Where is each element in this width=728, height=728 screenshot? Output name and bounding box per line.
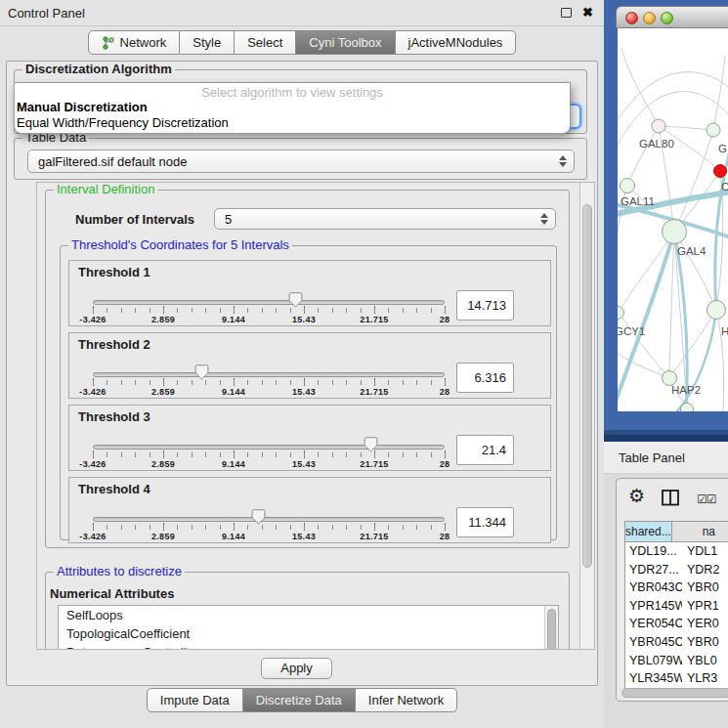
threshold-value-field[interactable]: 6.316 xyxy=(456,363,514,393)
popup-option-equal-width[interactable]: Equal Width/Frequency Discretization xyxy=(15,115,570,131)
tab-style[interactable]: Style xyxy=(180,30,235,55)
node-label: GAL4 xyxy=(677,245,707,257)
node-label: HAP2 xyxy=(671,384,701,396)
control-panel-titlebar: Control Panel ✖ xyxy=(0,0,604,26)
table-row[interactable]: YBL079WYBL0 xyxy=(625,652,728,670)
table-data-combobox[interactable]: galFiltered.sif default node xyxy=(27,150,575,173)
node-gal4 xyxy=(663,220,687,244)
checkboxes-icon[interactable]: ☑☑ xyxy=(697,492,716,506)
threshold-slider-track[interactable] xyxy=(93,517,445,522)
numerical-attributes-label: Numerical Attributes xyxy=(50,586,174,601)
attributes-list: SelfLoops TopologicalCoefficient Between… xyxy=(58,605,559,650)
popup-hint: Select algorithm to view settings xyxy=(15,83,570,100)
gear-icon[interactable]: ⚙ xyxy=(628,487,645,506)
table-panel-title: Table Panel xyxy=(619,450,685,465)
table-row[interactable]: YER054CYER0 xyxy=(625,615,728,633)
table-row[interactable]: YLR345WYLR3 xyxy=(625,669,728,688)
horizontal-scrollbar-thumb[interactable] xyxy=(621,688,728,698)
control-panel-window: Control Panel ✖ Network Style Select Cyn… xyxy=(0,0,604,728)
split-columns-icon[interactable] xyxy=(662,490,680,506)
discretization-algorithm-title: Discretization Algorithm xyxy=(22,63,175,76)
interval-definition-group: Interval Definition Number of Intervals … xyxy=(45,190,570,548)
vertical-scrollbar-thumb[interactable] xyxy=(582,204,592,568)
node-h xyxy=(707,301,726,320)
threshold-slider-thumb[interactable] xyxy=(194,364,209,383)
list-item[interactable]: BetweennessCentrality xyxy=(59,643,558,650)
node-bottom xyxy=(681,404,694,412)
tab-select[interactable]: Select xyxy=(235,30,296,55)
node-label: H xyxy=(721,325,728,337)
node-label: GCY1 xyxy=(618,325,645,337)
node-label: GAL11 xyxy=(621,195,655,207)
tab-jactivemnodules[interactable]: jActiveMNodules xyxy=(396,30,517,55)
threshold-slider-track[interactable] xyxy=(93,372,445,377)
node-label: G xyxy=(718,143,727,154)
panel-title: Control Panel xyxy=(8,6,85,21)
network-graph: GAL80 G C GAL11 GAL4 GCY1 H HAP2 xyxy=(618,28,728,411)
list-scrollbar-thumb[interactable] xyxy=(547,609,556,650)
apply-button[interactable]: Apply xyxy=(261,658,332,679)
table-row[interactable]: YBR043CYBR0 xyxy=(625,578,728,597)
threshold-value-field[interactable]: 21.4 xyxy=(456,435,514,465)
table-row[interactable]: YDR27...YDR2 xyxy=(625,561,728,579)
slider-minor-ticks xyxy=(93,308,446,313)
node-gal11 xyxy=(621,179,635,193)
table-panel-region: ⚙ ☑☑ shared... na YDL19...YDL1 YDR27...Y… xyxy=(604,474,728,728)
top-tabbar: Network Style Select Cyni Toolbox jActiv… xyxy=(0,30,604,55)
node-red-selected xyxy=(714,165,727,178)
list-scrollbar xyxy=(544,606,558,650)
attributes-group: Attributes to discretize Numerical Attri… xyxy=(45,572,570,650)
network-icon xyxy=(102,36,115,50)
table-panel-bar: Table Panel xyxy=(604,442,728,474)
horizontal-scrollbar xyxy=(621,688,728,698)
table-row[interactable]: YBR045CYBR0 xyxy=(625,633,728,652)
list-item[interactable]: TopologicalCoefficient xyxy=(59,624,558,643)
combo-stepper-icon xyxy=(540,213,548,225)
tab-network[interactable]: Network xyxy=(88,30,181,55)
threshold-slider-thumb[interactable] xyxy=(288,292,303,311)
interval-definition-title: Interval Definition xyxy=(54,183,157,196)
table-row[interactable]: YDL19...YDL1 xyxy=(625,542,728,561)
tab-infer-network[interactable]: Infer Network xyxy=(356,688,457,712)
node-gal80 xyxy=(652,119,665,133)
table-row[interactable]: YPR145WYPR1 xyxy=(625,597,728,616)
slider-minor-ticks xyxy=(93,452,446,457)
bottom-tabbar: Impute Data Discretize Data Infer Networ… xyxy=(0,688,604,712)
minimize-traffic-light[interactable] xyxy=(643,12,656,24)
table-panel-window: ⚙ ☑☑ shared... na YDL19...YDL1 YDR27...Y… xyxy=(616,478,728,702)
close-icon[interactable]: ✖ xyxy=(582,5,593,20)
combo-stepper-icon xyxy=(559,155,567,167)
node-top-right xyxy=(707,123,720,137)
thresholds-group-title: Threshold's Coordinates for 5 Intervals xyxy=(68,238,292,252)
threshold-slider-thumb[interactable] xyxy=(364,437,378,455)
threshold-value-field[interactable]: 11.344 xyxy=(456,507,514,537)
vertical-scrollbar xyxy=(579,183,594,649)
table-header: shared... na xyxy=(625,522,728,542)
tab-cyni-toolbox[interactable]: Cyni Toolbox xyxy=(296,30,395,55)
tab-impute-data[interactable]: Impute Data xyxy=(147,688,243,712)
threshold-panel: Threshold 4 -3.4262.8599.14415.4321.7152… xyxy=(68,477,551,543)
threshold-panel: Threshold 3 -3.4262.8599.14415.4321.7152… xyxy=(68,405,551,471)
popup-option-manual[interactable]: Manual Discretization xyxy=(15,100,570,115)
list-item[interactable]: SelfLoops xyxy=(59,606,558,624)
close-traffic-light[interactable] xyxy=(625,12,638,24)
float-window-icon[interactable] xyxy=(561,8,572,18)
column-header-name[interactable]: na xyxy=(672,522,728,541)
node-attribute-table: shared... na YDL19...YDL1 YDR27...YDR2 Y… xyxy=(624,521,728,689)
thresholds-group: Threshold's Coordinates for 5 Intervals … xyxy=(60,245,557,540)
slider-minor-ticks xyxy=(93,525,446,530)
threshold-panel: Threshold 1 -3.4262.8599.14415.4321.7152… xyxy=(68,260,551,326)
column-header-shared-name[interactable]: shared... xyxy=(625,522,672,541)
threshold-panel: Threshold 2 -3.4262.8599.14415.4321.7152… xyxy=(68,332,551,399)
settings-scrollpane: Interval Definition Number of Intervals … xyxy=(36,182,595,650)
node-gcy1 xyxy=(618,307,624,320)
network-window: GAL80 G C GAL11 GAL4 GCY1 H HAP2 xyxy=(616,6,728,412)
network-canvas[interactable]: GAL80 G C GAL11 GAL4 GCY1 H HAP2 xyxy=(618,28,728,411)
threshold-value-field[interactable]: 14.713 xyxy=(456,290,514,321)
tab-discretize-data[interactable]: Discretize Data xyxy=(243,688,356,712)
threshold-slider-track[interactable] xyxy=(93,445,445,450)
threshold-slider-track[interactable] xyxy=(93,300,445,305)
number-of-intervals-combobox[interactable]: 5 xyxy=(214,208,556,230)
zoom-traffic-light[interactable] xyxy=(661,12,673,24)
threshold-slider-thumb[interactable] xyxy=(251,509,266,528)
